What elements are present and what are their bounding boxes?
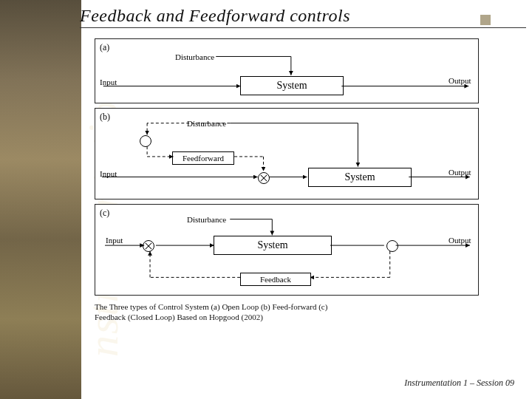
label-output-b: Output xyxy=(449,168,471,177)
title-marker xyxy=(480,15,491,25)
summing-junction-b xyxy=(258,172,270,184)
panel-c-tag: (c) xyxy=(100,208,109,219)
panel-b-feedforward: (b) Disturbance Input Output Feedforward… xyxy=(95,108,479,200)
figure-caption: The Three types of Control System (a) Op… xyxy=(95,301,361,323)
label-input-a: Input xyxy=(100,78,117,86)
feedforward-box: Feedforward xyxy=(172,151,234,165)
label-disturbance-b: Disturbance xyxy=(187,119,226,128)
label-input-c: Input xyxy=(106,236,123,245)
wires-b xyxy=(95,109,478,199)
label-disturbance-a: Disturbance xyxy=(175,52,214,61)
decorative-sidebar xyxy=(0,0,81,399)
slide-footer: Instrumentation 1 – Session 09 xyxy=(404,378,514,389)
system-box-a: System xyxy=(240,76,344,95)
panel-c-feedback: (c) Disturbance Input Output System Feed… xyxy=(95,204,479,296)
label-output-c: Output xyxy=(449,236,471,245)
system-box-b: System xyxy=(308,168,412,187)
label-output-a: Output xyxy=(449,76,471,85)
slide-title: Feedback and Feedforward controls xyxy=(80,6,526,28)
label-input-b: Input xyxy=(100,169,117,178)
label-disturbance-c: Disturbance xyxy=(187,215,226,224)
pickoff-node-c xyxy=(386,240,398,252)
panel-a-tag: (a) xyxy=(100,42,109,53)
panel-a-open-loop: (a) Disturbance Input Output System xyxy=(95,38,479,103)
panel-b-tag: (b) xyxy=(100,112,110,123)
summing-junction-c xyxy=(143,240,154,252)
feedback-box: Feedback xyxy=(240,273,311,286)
slide-content: Feedback and Feedforward controls (a) Di… xyxy=(80,6,526,393)
system-box-c: System xyxy=(214,236,332,255)
diagram-area: (a) Disturbance Input Output System (b) … xyxy=(95,38,479,296)
pickoff-node-b xyxy=(140,135,151,147)
